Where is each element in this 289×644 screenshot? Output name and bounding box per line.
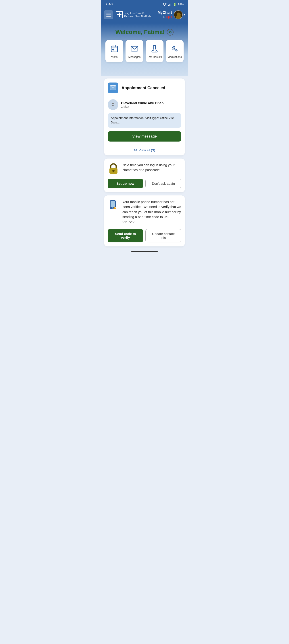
avatar-image xyxy=(174,11,182,19)
header-right: MyChart by Epic ▾ xyxy=(158,10,185,19)
status-bar: 7:48 🔋 98% xyxy=(101,0,188,8)
appointment-card-header: Appointment Canceled xyxy=(104,78,185,96)
medications-label: Medications xyxy=(168,56,182,58)
status-icons: 🔋 98% xyxy=(163,3,184,6)
clinic-logo-icon xyxy=(116,11,123,18)
svg-rect-6 xyxy=(117,14,121,15)
clinic-avatar: C xyxy=(108,99,118,110)
biometrics-actions: Set up now Don't ask again xyxy=(108,179,181,188)
view-all-envelope-icon: ✉ xyxy=(134,148,137,152)
svg-point-17 xyxy=(153,50,154,51)
svg-rect-33 xyxy=(111,204,114,204)
quick-action-messages[interactable]: Messages xyxy=(125,40,143,62)
mychart-label: MyChart xyxy=(158,11,172,15)
svg-rect-2 xyxy=(169,4,170,6)
clinic-row: C Cleveland Clinic Abu Dhabi 1 May xyxy=(108,99,181,110)
welcome-text: Welcome, Fatima! xyxy=(115,28,165,36)
visits-icon xyxy=(109,44,119,54)
biometrics-text: Next time you can log in using your biom… xyxy=(122,162,181,173)
clinic-arabic-name: كليفلاند كلينك أبوظبي xyxy=(124,12,151,15)
dont-ask-button[interactable]: Don't ask again xyxy=(145,179,181,188)
view-all-row[interactable]: ✉ View all (3) xyxy=(104,145,185,156)
menu-button[interactable] xyxy=(104,10,113,19)
quick-actions: Visits Messages Test Results xyxy=(105,40,184,62)
svg-rect-3 xyxy=(170,4,170,6)
clinic-english-name: Cleveland Clinic Abu Dhabi xyxy=(124,15,151,18)
signal-icon xyxy=(168,3,172,6)
biometrics-card: Next time you can log in using your biom… xyxy=(104,158,185,192)
svg-rect-4 xyxy=(171,3,171,6)
hamburger-line xyxy=(106,16,111,16)
clinic-cross-icon xyxy=(117,12,121,17)
phone-card-inner: Your mobile phone number has not been ve… xyxy=(104,196,185,247)
test-results-label: Test Results xyxy=(147,56,162,58)
clinic-logo: كليفلاند كلينك أبوظبي Cleveland Clinic A… xyxy=(116,11,151,18)
appointment-body: C Cleveland Clinic Abu Dhabi 1 May Appoi… xyxy=(104,96,185,145)
visits-label: Visits xyxy=(111,56,117,58)
svg-rect-31 xyxy=(111,202,115,202)
welcome-section: Welcome, Fatima! ⚙ Visits xyxy=(101,23,188,76)
svg-rect-36 xyxy=(115,207,116,208)
phone-icon xyxy=(108,200,119,211)
battery-icon: 🔋 xyxy=(173,3,176,6)
appointment-preview: Appointment Information: Visit Type: Off… xyxy=(108,113,181,128)
svg-point-37 xyxy=(115,208,116,209)
phone-verification-card: Your mobile phone number has not been ve… xyxy=(104,196,185,247)
svg-rect-14 xyxy=(113,49,114,50)
avatar xyxy=(174,10,183,19)
send-code-button[interactable]: Send code to verify xyxy=(108,229,143,242)
svg-rect-32 xyxy=(111,203,114,203)
avatar-container[interactable]: ▾ xyxy=(174,10,185,19)
quick-action-visits[interactable]: Visits xyxy=(105,40,123,62)
clinic-date: 1 May xyxy=(121,105,164,108)
battery-percentage: 98% xyxy=(178,3,184,6)
welcome-title: Welcome, Fatima! ⚙ xyxy=(105,28,184,36)
phone-actions: Send code to verify Update contact info xyxy=(108,229,181,242)
test-results-icon xyxy=(150,44,159,54)
update-contact-button[interactable]: Update contact info xyxy=(145,229,181,242)
clinic-info: Cleveland Clinic Abu Dhabi 1 May xyxy=(121,101,164,108)
lock-icon xyxy=(108,162,119,174)
quick-action-test-results[interactable]: Test Results xyxy=(146,40,164,62)
view-all-link[interactable]: View all (3) xyxy=(139,148,155,152)
phone-body: Your mobile phone number has not been ve… xyxy=(108,200,181,225)
main-content: Appointment Canceled C Cleveland Clinic … xyxy=(101,76,188,249)
mychart-logo: MyChart by Epic xyxy=(158,11,172,19)
biometrics-body: Next time you can log in using your biom… xyxy=(108,162,181,174)
clinic-name: Cleveland Clinic Abu Dhabi xyxy=(121,101,164,105)
hamburger-line xyxy=(106,14,111,15)
svg-point-0 xyxy=(164,5,165,6)
wifi-icon xyxy=(163,3,167,6)
biometrics-card-inner: Next time you can log in using your biom… xyxy=(104,158,185,192)
home-bar xyxy=(131,251,158,252)
mychart-by: by xyxy=(163,16,166,18)
appointment-mail-icon xyxy=(108,82,118,93)
svg-rect-10 xyxy=(111,46,117,52)
quick-action-medications[interactable]: Medications xyxy=(166,40,184,62)
setup-now-button[interactable]: Set up now xyxy=(108,179,143,188)
status-time: 7:48 xyxy=(105,2,113,6)
avatar-face xyxy=(174,11,183,19)
svg-point-34 xyxy=(112,207,113,208)
chevron-down-icon: ▾ xyxy=(184,13,185,16)
appointment-title: Appointment Canceled xyxy=(121,86,165,90)
svg-rect-28 xyxy=(113,171,114,172)
settings-icon[interactable]: ⚙ xyxy=(167,29,174,36)
hamburger-line xyxy=(106,13,111,14)
epic-label: Epic xyxy=(166,16,172,18)
home-indicator xyxy=(101,249,188,254)
messages-icon xyxy=(130,44,139,54)
svg-point-18 xyxy=(155,51,156,52)
header-left: كليفلاند كلينك أبوظبي Cleveland Clinic A… xyxy=(104,10,151,19)
phone-verification-text: Your mobile phone number has not been ve… xyxy=(122,200,181,225)
appointment-card: Appointment Canceled C Cleveland Clinic … xyxy=(104,78,185,156)
messages-label: Messages xyxy=(128,56,141,58)
header: كليفلاند كلينك أبوظبي Cleveland Clinic A… xyxy=(101,8,188,23)
svg-rect-1 xyxy=(168,5,169,6)
medications-icon xyxy=(170,44,180,54)
view-message-button[interactable]: View message xyxy=(108,131,181,142)
